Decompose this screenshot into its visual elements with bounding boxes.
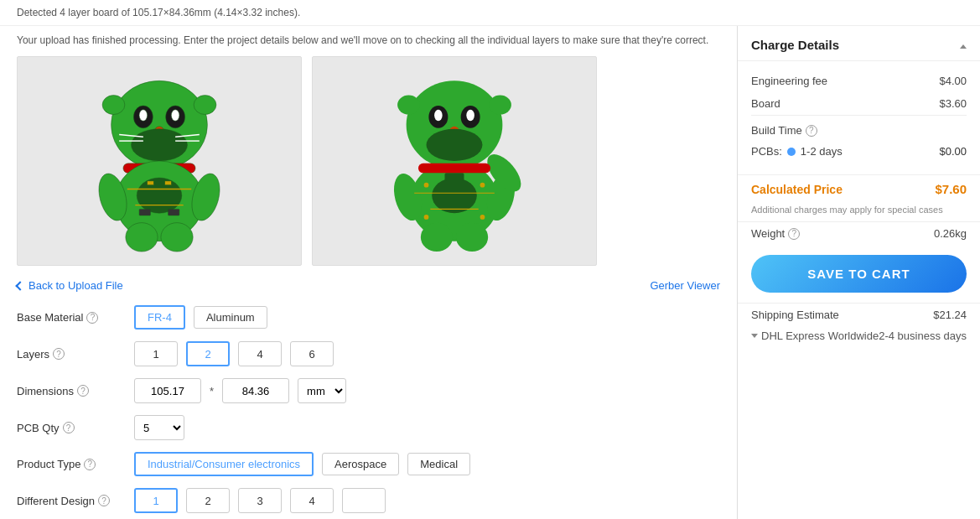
layers-2-input[interactable]: [186, 341, 230, 366]
svg-point-4: [171, 110, 179, 121]
nav-row: Back to Upload File Gerber Viewer: [17, 279, 720, 292]
blue-dot-icon: [787, 148, 796, 156]
pcb-preview-back: [312, 56, 597, 266]
layers-label-text: Layers: [17, 348, 49, 361]
svg-point-49: [397, 96, 420, 115]
weight-label-text: Weight: [751, 227, 785, 240]
pcb-qty-label-text: PCB Qty: [17, 422, 60, 434]
dimensions-unit-select[interactable]: mm inch: [298, 378, 346, 403]
pcb-front-svg: [75, 69, 243, 253]
different-design-1-input[interactable]: [134, 488, 178, 513]
base-material-label: Base Material ?: [17, 311, 126, 324]
base-material-label-text: Base Material: [17, 311, 83, 324]
pcb-option-row: PCBs: 1-2 days $0.00: [751, 142, 967, 166]
different-design-3-input[interactable]: [238, 488, 282, 513]
shipping-estimate-value: $21.24: [933, 309, 967, 321]
charge-collapse-icon[interactable]: [960, 39, 967, 51]
different-design-label-text: Different Design: [17, 495, 95, 507]
base-material-fr4-btn[interactable]: FR-4: [134, 305, 185, 330]
right-panel: Charge Details Engineering fee $4.00 Boa…: [737, 26, 980, 519]
pcb-option-text: 1-2 days: [801, 145, 843, 158]
back-to-upload-link[interactable]: Back to Upload File: [17, 279, 123, 292]
product-type-label-text: Product Type: [17, 458, 80, 470]
different-design-2-input[interactable]: [186, 488, 230, 513]
charge-header: Charge Details: [738, 26, 980, 61]
pcb-qty-row: PCB Qty ? 5 10 15 20 25 30: [17, 415, 720, 440]
calculated-price-row: Calculated Price $7.60: [738, 174, 980, 203]
pcb-value: $0.00: [939, 145, 967, 158]
multiply-sign: *: [210, 385, 214, 397]
product-type-aerospace-btn[interactable]: Aerospace: [322, 453, 399, 475]
base-material-aluminum-btn[interactable]: Aluminum: [194, 306, 267, 329]
product-type-help-icon[interactable]: ?: [84, 459, 96, 470]
shipping-estimate-label: Shipping Estimate: [751, 309, 839, 321]
left-panel: Your upload has finished processing. Ent…: [0, 26, 737, 519]
svg-point-14: [137, 178, 182, 213]
svg-rect-21: [148, 181, 154, 185]
calculated-price-label: Calculated Price: [751, 183, 843, 196]
layers-6-input[interactable]: [290, 341, 334, 366]
pcb-label-text: PCBs:: [751, 145, 782, 158]
weight-help-icon[interactable]: ?: [788, 228, 800, 240]
dhl-row: DHL Express Worldwide 2-4 business days: [738, 326, 980, 350]
weight-row: Weight ? 0.26kg: [738, 221, 980, 245]
pcb-qty-select[interactable]: 5 10 15 20 25 30: [134, 415, 184, 440]
different-design-help-icon[interactable]: ?: [98, 495, 110, 506]
layers-help-icon[interactable]: ?: [53, 348, 65, 360]
different-design-5-input[interactable]: [342, 488, 386, 513]
svg-point-25: [102, 96, 125, 115]
dimensions-label-text: Dimensions: [17, 385, 74, 397]
pcb-qty-help-icon[interactable]: ?: [63, 422, 75, 433]
additional-note-text: Additional charges may apply for special…: [751, 205, 943, 215]
engineering-fee-row: Engineering fee $4.00: [751, 70, 967, 92]
svg-point-6: [132, 129, 188, 161]
engineering-fee-value: $4.00: [939, 75, 967, 87]
build-time-label: Build Time ?: [751, 124, 817, 137]
layers-4-input[interactable]: [238, 341, 282, 366]
save-to-cart-label: SAVE TO CART: [807, 267, 910, 281]
save-to-cart-button[interactable]: SAVE TO CART: [751, 255, 967, 293]
svg-point-40: [456, 223, 488, 252]
different-design-label: Different Design ?: [17, 495, 126, 507]
upload-notice: Your upload has finished processing. Ent…: [17, 34, 720, 46]
chevron-up-icon: [960, 44, 967, 49]
build-time-label-text: Build Time: [751, 124, 802, 137]
gerber-viewer-link[interactable]: Gerber Viewer: [650, 279, 720, 292]
svg-rect-48: [418, 163, 490, 173]
top-notice: Detected 4 layer board of 105.17×84.36mm…: [0, 0, 980, 26]
engineering-fee-label: Engineering fee: [751, 75, 827, 87]
svg-rect-24: [169, 209, 179, 215]
svg-point-43: [424, 183, 429, 188]
layers-label: Layers ?: [17, 348, 126, 361]
svg-point-45: [424, 215, 429, 220]
svg-point-18: [161, 223, 193, 252]
dimensions-width-input[interactable]: [134, 378, 201, 403]
svg-point-46: [480, 215, 485, 220]
svg-point-26: [194, 96, 216, 115]
product-type-medical-btn[interactable]: Medical: [407, 453, 470, 475]
additional-note: Additional charges may apply for special…: [738, 203, 980, 221]
dhl-value: 2-4 business days: [879, 330, 967, 342]
svg-point-3: [139, 110, 148, 121]
chevron-down-icon: [751, 334, 758, 338]
form-section: Base Material ? FR-4 Aluminum Layers ?: [17, 305, 720, 513]
top-notice-text: Detected 4 layer board of 105.17×84.36mm…: [17, 7, 300, 18]
weight-label: Weight ?: [751, 227, 800, 240]
svg-point-35: [432, 178, 477, 213]
pcb-option-label: PCBs: 1-2 days: [751, 145, 843, 158]
dimensions-height-input[interactable]: [222, 378, 289, 403]
pcb-previews: [17, 56, 720, 266]
dimensions-help-icon[interactable]: ?: [77, 385, 89, 397]
pcb-back-svg: [371, 69, 538, 253]
pcb-preview-front: [17, 56, 302, 266]
build-time-help-icon[interactable]: ?: [806, 125, 817, 137]
base-material-help-icon[interactable]: ?: [86, 312, 98, 324]
board-row: Board $3.60: [751, 92, 967, 115]
svg-rect-22: [165, 181, 172, 185]
svg-point-30: [434, 110, 443, 121]
charge-title: Charge Details: [751, 38, 839, 52]
different-design-4-input[interactable]: [290, 488, 334, 513]
layers-1-input[interactable]: [134, 341, 178, 366]
build-time-row: Build Time ?: [751, 115, 967, 142]
product-type-industrial-btn[interactable]: Industrial/Consumer electronics: [134, 452, 314, 476]
